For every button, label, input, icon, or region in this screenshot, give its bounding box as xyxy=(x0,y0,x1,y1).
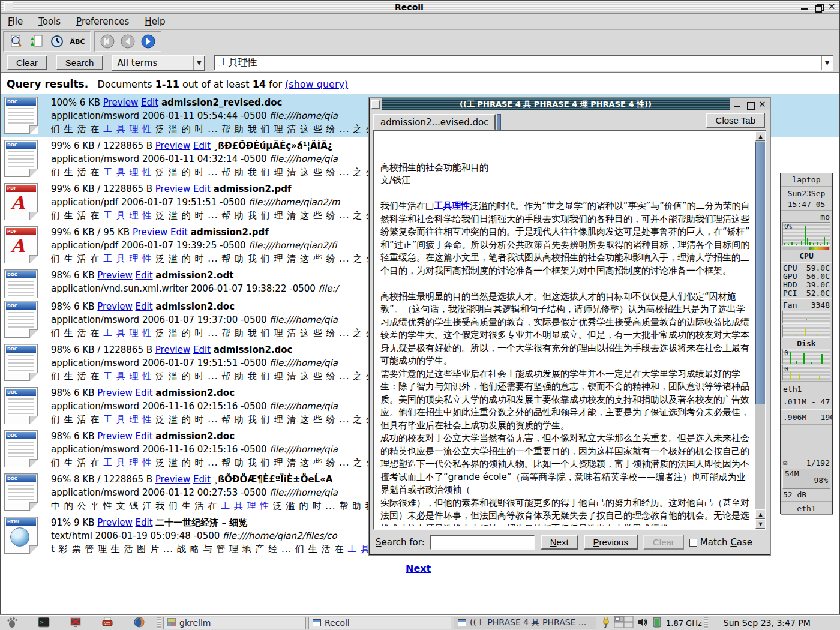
scroll-up-icon[interactable]: ▲ xyxy=(755,131,766,141)
scroll-down-icon[interactable]: ▼ xyxy=(755,519,766,529)
previous-page-icon[interactable] xyxy=(119,33,137,50)
result-url[interactable]: file:///home/qia xyxy=(269,487,338,498)
result-url[interactable]: file:///home/qia xyxy=(269,358,338,368)
match-case-option[interactable]: Match Case xyxy=(689,537,752,548)
result-meta: 98% 6 KB xyxy=(51,301,97,312)
recoll-titlebar[interactable]: Recoll ✕ xyxy=(1,1,839,14)
typewriter-icon[interactable] xyxy=(101,616,113,630)
preview-link[interactable]: Preview xyxy=(97,270,132,281)
workspace-pager-icon[interactable] xyxy=(614,616,634,630)
results-next-link[interactable]: Next xyxy=(406,563,431,574)
preview-link[interactable]: Preview xyxy=(155,344,190,355)
query-history-chevron-icon[interactable]: ▼ xyxy=(821,56,832,70)
close-tab-button[interactable]: Close Tab xyxy=(706,113,765,128)
lock-screen-icon[interactable] xyxy=(70,616,82,630)
next-page-icon[interactable] xyxy=(139,33,157,50)
cpu-usage-chart: 0% xyxy=(782,222,830,246)
gkrellm-panel[interactable]: laptop Sun23Sep 15:47 05 mo 0% CPU CPU59… xyxy=(780,173,833,514)
preview-link[interactable]: Preview xyxy=(97,388,132,398)
preview-titlebar[interactable]: ((工 PHRASE 4 具 PHRASE 4 理 PHRASE 4 性)) ✕ xyxy=(370,98,770,110)
preview-link[interactable]: Preview xyxy=(133,227,167,238)
preview-link[interactable]: Preview xyxy=(97,301,132,312)
edit-link[interactable]: Edit xyxy=(193,474,211,485)
result-url[interactable]: file:///home/qia xyxy=(269,154,338,164)
show-query-link[interactable]: (show query) xyxy=(285,79,348,90)
restore-icon[interactable] xyxy=(814,3,822,11)
first-page-icon[interactable] xyxy=(98,33,116,50)
gnome-foot-icon[interactable] xyxy=(6,616,18,630)
result-url[interactable]: file:///home/qia xyxy=(269,110,338,121)
menu-help[interactable]: Help xyxy=(145,16,165,27)
result-url[interactable]: file:/ xyxy=(319,283,338,294)
preview-window-menu-button[interactable] xyxy=(371,100,380,109)
clock-handle[interactable] xyxy=(704,617,708,629)
find-next-button[interactable]: Next xyxy=(541,535,578,550)
result-url[interactable]: file:///home/qia xyxy=(269,314,338,325)
search-button[interactable]: Search xyxy=(56,55,104,70)
snippet-post: 泛 滥 的 时 ... 帮 助 我 们 理 清 这 些 纷 ... 之 外 的 xyxy=(152,253,388,264)
preview-link[interactable]: Preview xyxy=(97,431,132,442)
edit-link[interactable]: Edit xyxy=(136,270,153,281)
search-input[interactable]: 工具理性 ▼ xyxy=(214,55,833,71)
edit-link[interactable]: Edit xyxy=(141,97,158,108)
mail-readout[interactable]: ✉ 1/192 xyxy=(781,457,832,468)
chevron-down-icon[interactable]: ▼ xyxy=(193,56,204,70)
preview-maximize-icon[interactable] xyxy=(746,101,754,109)
edit-link[interactable]: Edit xyxy=(136,388,153,398)
mail-count: 1/192 xyxy=(806,458,830,467)
snippet-term: 工 具 理 性 xyxy=(221,500,269,511)
match-case-checkbox[interactable] xyxy=(689,539,697,547)
menu-tools[interactable]: Tools xyxy=(38,16,61,27)
task-button-gkrellm[interactable]: gkrellm xyxy=(163,617,306,629)
clock-sort-icon[interactable] xyxy=(48,33,66,50)
find-clear-button[interactable]: Clear xyxy=(643,535,684,550)
preview-minimize-icon[interactable] xyxy=(733,101,741,109)
window-menu-button[interactable] xyxy=(4,2,13,11)
close-icon[interactable]: ✕ xyxy=(828,3,836,11)
volume-speaker-icon[interactable] xyxy=(637,617,648,629)
find-previous-button[interactable]: Previous xyxy=(584,535,638,550)
edit-link[interactable]: Edit xyxy=(193,140,211,151)
volume-readout[interactable]: 52 dB xyxy=(781,490,832,500)
result-url[interactable]: file:///home/qia xyxy=(269,444,338,455)
firefox-icon[interactable] xyxy=(133,616,145,630)
edit-link[interactable]: Edit xyxy=(136,431,153,442)
edit-link[interactable]: Edit xyxy=(193,184,211,194)
menu-preferences[interactable]: Preferences xyxy=(76,16,129,27)
preview-scrollbar[interactable]: ▲ ▲ ▼ xyxy=(755,131,765,529)
spellcheck-abc-icon[interactable]: ÂBĈ xyxy=(68,33,86,50)
edit-link[interactable]: Edit xyxy=(136,517,153,528)
scrollbar-thumb[interactable] xyxy=(755,142,766,404)
search-mode-select[interactable]: All terms ▼ xyxy=(112,55,205,71)
scroll-up2-icon[interactable]: ▲ xyxy=(755,509,766,519)
clear-button[interactable]: Clear xyxy=(7,55,47,70)
preview-link[interactable]: Preview xyxy=(155,140,190,151)
fan-label: Fan xyxy=(783,301,797,310)
result-url[interactable]: file:///home/qian2/m xyxy=(248,197,340,208)
sort-document-icon[interactable] xyxy=(28,33,46,50)
document-preview-icon[interactable] xyxy=(7,33,25,50)
preview-text-area[interactable]: 高校招生的社会功能和目的文/钱江 我们生活在□工具理性泛滥的时代。作为“世之显学… xyxy=(373,130,766,530)
find-input[interactable] xyxy=(430,535,535,550)
result-url[interactable]: file:///home/qia xyxy=(269,401,338,412)
preview-close-icon[interactable]: ✕ xyxy=(758,101,766,109)
taskbar-handle[interactable] xyxy=(157,617,161,629)
preview-link[interactable]: Preview xyxy=(155,474,190,485)
cpu-frequency-icon[interactable] xyxy=(652,616,662,630)
menu-file[interactable]: File xyxy=(8,16,23,27)
preview-link[interactable]: Preview xyxy=(155,184,190,194)
edit-link[interactable]: Edit xyxy=(170,227,188,238)
power-plug-icon[interactable] xyxy=(601,616,611,630)
preview-link[interactable]: Preview xyxy=(103,97,138,108)
preview-tab[interactable]: admission2...evised.doc xyxy=(373,114,496,130)
edit-link[interactable]: Edit xyxy=(193,344,211,355)
minimize-icon[interactable] xyxy=(800,3,808,11)
result-url[interactable]: file:///home/qian2/fi xyxy=(248,240,337,251)
terminal-icon[interactable]: >_ xyxy=(38,616,50,630)
result-url[interactable]: file:///home/qian2/files/co xyxy=(223,530,337,541)
taskbar-clock[interactable]: Sun Sep 23, 3:47 PM xyxy=(716,618,818,628)
task-button-phrasephrase[interactable]: ((工 PHRASE 4 具 PHRASE ... xyxy=(454,617,596,629)
edit-link[interactable]: Edit xyxy=(136,301,153,312)
task-button-recoll[interactable]: Recoll xyxy=(308,617,451,629)
preview-link[interactable]: Preview xyxy=(97,517,132,528)
